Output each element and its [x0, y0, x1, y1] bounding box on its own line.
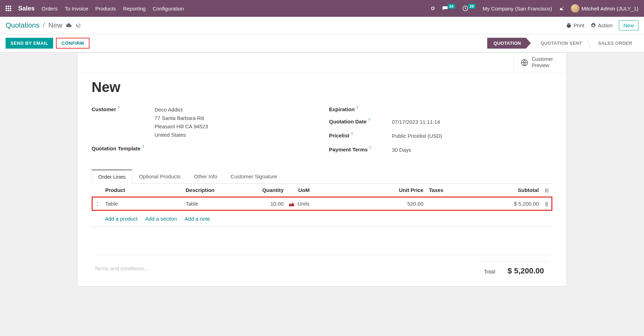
totals: Total: $ 5,200.00: [480, 261, 550, 276]
field-quotation-template: Quotation Template ?: [92, 145, 315, 151]
field-payment-terms: Payment Terms ? 30 Days: [329, 146, 552, 154]
status-step-sales-order[interactable]: SALES ORDER: [588, 38, 638, 49]
breadcrumb-current: New: [48, 21, 62, 29]
th-unit-price: Unit Price: [328, 184, 426, 197]
svg-point-7: [548, 192, 549, 192]
gear-icon: [591, 23, 596, 28]
print-label: Print: [573, 22, 584, 28]
svg-rect-2: [545, 189, 548, 190]
help-icon[interactable]: ?: [369, 146, 371, 150]
bug-icon[interactable]: [430, 6, 436, 11]
add-note-link[interactable]: Add a note: [185, 216, 210, 222]
action-button[interactable]: Action: [591, 22, 613, 28]
globe-icon: [521, 58, 528, 67]
navbar: Sales Orders To Invoice Products Reporti…: [0, 0, 644, 17]
menu-orders[interactable]: Orders: [42, 6, 58, 12]
field-customer: Customer ? Deco Addict 77 Santa Barbara …: [92, 106, 315, 139]
confirm-button[interactable]: CONFIRM: [56, 38, 90, 49]
customer-country: United States: [155, 131, 208, 139]
field-quotation-date: Quotation Date ? 07/17/2023 11:11:14: [329, 118, 552, 126]
cp-right: Print Action New: [566, 20, 638, 30]
user-name-label: Mitchell Admin (JULY_1): [581, 6, 638, 12]
user-menu[interactable]: Mitchell Admin (JULY_1): [571, 4, 638, 13]
discard-icon[interactable]: [76, 22, 81, 29]
help-icon[interactable]: ?: [368, 118, 370, 122]
quotation-template-label: Quotation Template ?: [92, 145, 155, 151]
breadcrumb-root[interactable]: Quotations: [6, 21, 40, 29]
svg-rect-4: [545, 192, 548, 192]
stat-text: Customer Preview: [532, 56, 553, 69]
field-pricelist: Pricelist ? Public Pricelist (USD): [329, 132, 552, 140]
messages-icon[interactable]: 24: [442, 5, 456, 12]
send-by-email-button[interactable]: SEND BY EMAIL: [6, 38, 53, 49]
breadcrumb: Quotations / New: [6, 21, 81, 29]
help-icon[interactable]: ?: [351, 132, 353, 136]
tab-customer-signature[interactable]: Customer Signature: [224, 170, 284, 184]
th-uom: UoM: [286, 184, 328, 197]
sheet-container: Customer Preview New Customer ? Deco Add…: [0, 52, 644, 295]
customer-value[interactable]: Deco Addict 77 Santa Barbara Rd Pleasant…: [155, 106, 208, 139]
cell-unit-price[interactable]: 520.00: [328, 197, 426, 210]
table-settings-icon[interactable]: [542, 184, 552, 197]
new-button[interactable]: New: [619, 20, 638, 30]
action-label: Action: [598, 22, 613, 28]
avatar: [571, 4, 579, 13]
add-product-link[interactable]: Add a product: [105, 216, 137, 222]
help-icon[interactable]: ?: [142, 145, 144, 149]
tab-optional-products[interactable]: Optional Products: [132, 170, 187, 184]
pricelist-label: Pricelist ?: [329, 132, 392, 140]
th-taxes: Taxes: [426, 184, 451, 197]
payment-terms-label: Payment Terms ?: [329, 146, 392, 154]
status-step-quotation-sent[interactable]: QUOTATION SENT: [531, 38, 588, 49]
svg-point-6: [545, 190, 546, 191]
cell-quantity[interactable]: 10.00: [244, 197, 286, 210]
status-step-quotation[interactable]: QUOTATION: [487, 38, 531, 49]
cell-uom[interactable]: Units: [286, 197, 328, 210]
cell-taxes[interactable]: [426, 197, 451, 210]
forecast-icon[interactable]: [289, 201, 295, 207]
th-quantity: Quantity: [244, 184, 286, 197]
left-col: Customer ? Deco Addict 77 Santa Barbara …: [92, 106, 315, 160]
field-expiration: Expiration ?: [329, 106, 552, 112]
print-button[interactable]: Print: [566, 22, 584, 28]
menu-reporting[interactable]: Reporting: [123, 6, 146, 12]
menu-configuration[interactable]: Configuration: [153, 6, 184, 12]
menu-products[interactable]: Products: [95, 6, 116, 12]
nav-left: Sales Orders To Invoice Products Reporti…: [6, 5, 184, 12]
app-title[interactable]: Sales: [18, 5, 35, 12]
add-section-link[interactable]: Add a section: [145, 216, 177, 222]
cell-description[interactable]: Table: [183, 197, 244, 210]
stat-line1: Customer: [532, 56, 553, 63]
messages-badge: 24: [448, 4, 455, 9]
payment-terms-value[interactable]: 30 Days: [392, 146, 411, 154]
table-row[interactable]: Table Table 10.00 Units 520.00 $ 5,200.0…: [92, 197, 552, 210]
company-selector[interactable]: My Company (San Francisco): [482, 6, 552, 12]
trash-icon[interactable]: [544, 201, 549, 207]
tab-other-info[interactable]: Other Info: [187, 170, 224, 184]
menu-to-invoice[interactable]: To Invoice: [65, 6, 88, 12]
svg-rect-3: [545, 190, 548, 191]
support-icon[interactable]: [558, 5, 565, 12]
statusbar: QUOTATION QUOTATION SENT SALES ORDER: [487, 38, 638, 49]
stat-line2: Preview: [532, 63, 553, 69]
drag-handle-icon[interactable]: [92, 197, 102, 210]
quotation-date-value[interactable]: 07/17/2023 11:11:14: [392, 118, 440, 126]
customer-street: 77 Santa Barbara Rd: [155, 114, 208, 122]
help-icon[interactable]: ?: [117, 106, 120, 110]
activities-icon[interactable]: 28: [462, 5, 476, 12]
cell-delete: [542, 197, 552, 210]
apps-grid-icon[interactable]: [6, 6, 11, 11]
tab-order-lines[interactable]: Order Lines: [92, 170, 132, 184]
add-links-row: Add a product Add a section Add a note: [92, 211, 552, 227]
customer-preview-button[interactable]: Customer Preview: [514, 53, 566, 72]
help-icon[interactable]: ?: [356, 106, 358, 110]
cell-product[interactable]: Table: [102, 197, 183, 210]
button-box: Customer Preview: [78, 53, 566, 72]
pricelist-value[interactable]: Public Pricelist (USD): [392, 132, 442, 140]
terms-input[interactable]: Terms and conditions...: [94, 265, 148, 271]
handle-col: [92, 184, 102, 197]
tabs: Order Lines Optional Products Other Info…: [92, 170, 552, 184]
save-cloud-icon[interactable]: [66, 22, 72, 29]
cell-subtotal: $ 5,200.00: [451, 197, 542, 210]
uom-text: Units: [298, 201, 309, 207]
